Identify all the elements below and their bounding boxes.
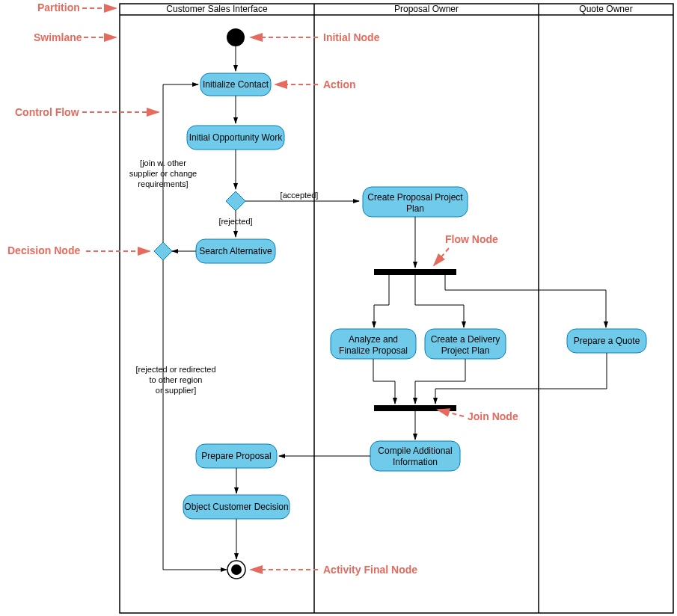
action-analyze-finalize: Analyze and Finalize Proposal <box>331 329 416 359</box>
fork-node <box>374 269 456 275</box>
guard-join1: [join w. other <box>140 158 186 167</box>
annot-decision-node: Decision Node <box>7 244 80 256</box>
action-initial-opportunity: Initial Opportunity Work <box>187 126 284 150</box>
action-create-proposal-plan: Create Proposal Project Plan <box>363 187 468 217</box>
flow-edge <box>445 275 606 327</box>
svg-text:Compile Additional: Compile Additional <box>378 446 452 456</box>
swimlane-frame: Customer Sales Interface Proposal Owner … <box>120 4 673 613</box>
svg-marker-12 <box>154 242 172 260</box>
annot-final-node: Activity Final Node <box>323 564 417 576</box>
guard-rejected: [rejected] <box>218 217 252 226</box>
guard-accepted: [accepted] <box>281 191 319 200</box>
annot-initial-node: Initial Node <box>323 31 380 43</box>
flow-edge <box>415 359 465 404</box>
action-object-decision: Object Customer Decision <box>183 495 290 519</box>
flow-edge <box>415 275 464 327</box>
annot-flow-node: Flow Node <box>445 233 498 245</box>
guard-join2: supplier or change <box>129 169 197 178</box>
annot-control-flow: Control Flow <box>15 106 79 118</box>
action-prepare-quote: Prepare a Quote <box>567 329 646 353</box>
action-create-delivery: Create a Delivery Project Plan <box>425 329 506 359</box>
svg-text:Create Proposal Project: Create Proposal Project <box>367 192 463 203</box>
svg-rect-0 <box>120 4 673 613</box>
svg-text:Create a Delivery: Create a Delivery <box>431 334 500 345</box>
guard-redir3: or supplier] <box>156 386 196 395</box>
annot-partition: Partition <box>37 1 80 13</box>
action-initialize-contact: Initialize Contact <box>200 73 271 96</box>
svg-text:Analyze and: Analyze and <box>349 334 398 345</box>
svg-text:Object Customer Decision: Object Customer Decision <box>184 502 288 512</box>
svg-text:Information: Information <box>393 457 438 467</box>
join-node <box>374 405 456 411</box>
flow-edge <box>374 275 389 327</box>
lane-header-3: Quote Owner <box>579 4 632 14</box>
guard-redir2: to other region <box>150 375 203 384</box>
svg-text:Search Alternative: Search Alternative <box>199 246 272 256</box>
activity-diagram: Customer Sales Interface Proposal Owner … <box>0 0 677 616</box>
decision-node-left <box>154 242 172 260</box>
svg-text:Plan: Plan <box>406 203 424 214</box>
flow-edge <box>373 359 395 404</box>
decision-node-main <box>226 191 245 211</box>
annot-swimlane: Swimlane <box>34 31 82 43</box>
flow-edge <box>163 260 227 570</box>
svg-text:Project Plan: Project Plan <box>441 345 490 356</box>
final-node <box>227 561 245 579</box>
lane-header-2: Proposal Owner <box>394 4 459 14</box>
svg-text:Finalize Proposal: Finalize Proposal <box>339 345 408 356</box>
guard-join3: requirements] <box>138 179 188 188</box>
action-prepare-proposal: Prepare Proposal <box>196 444 277 468</box>
action-compile-info: Compile Additional Information <box>370 441 460 471</box>
initial-node <box>227 28 245 46</box>
lane-header-1: Customer Sales Interface <box>166 4 268 14</box>
annot-arrow <box>434 248 449 265</box>
svg-text:Initial Opportunity Work: Initial Opportunity Work <box>189 132 283 143</box>
svg-text:Initialize Contact: Initialize Contact <box>203 79 269 90</box>
svg-marker-9 <box>226 191 245 211</box>
svg-point-4 <box>227 28 245 46</box>
svg-point-32 <box>231 564 242 575</box>
guard-redir1: [rejected or redirected <box>136 365 216 374</box>
svg-text:Prepare a Quote: Prepare a Quote <box>574 336 640 346</box>
annot-action: Action <box>323 78 356 90</box>
flow-edge <box>435 353 607 404</box>
annot-join-node: Join Node <box>468 410 518 422</box>
action-search-alternative: Search Alternative <box>196 239 275 263</box>
svg-text:Prepare Proposal: Prepare Proposal <box>201 451 271 461</box>
